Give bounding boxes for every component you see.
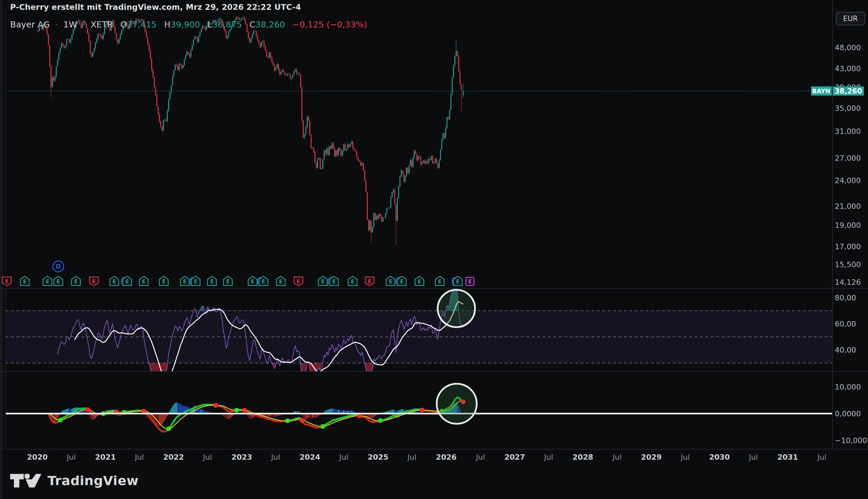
earnings-badge-letter: E <box>262 279 265 285</box>
candle-body <box>440 149 441 160</box>
candle-body <box>277 64 278 68</box>
candle-body <box>243 18 244 18</box>
time-axis-label: Jul <box>134 453 144 461</box>
earnings-badge-letter: E <box>226 279 230 285</box>
dividend-letter: D <box>56 263 61 270</box>
macd-cross-dot <box>420 408 425 413</box>
legend-high-value: 39,900 <box>171 20 200 29</box>
candle-body <box>186 52 187 55</box>
earnings-badge-letter: E <box>74 279 78 285</box>
candle-body <box>332 143 333 149</box>
time-axis-label: Jul <box>339 453 349 461</box>
candle-body <box>368 219 369 230</box>
macd-cross-dot <box>320 424 325 429</box>
candle-body <box>341 150 342 156</box>
legend-symbol[interactable]: Bayer AG <box>10 20 50 29</box>
candle-body <box>163 121 164 131</box>
time-axis-label: Jul <box>748 453 758 461</box>
candle-body <box>248 32 249 38</box>
candle-body <box>420 157 421 165</box>
macd-cross-dot <box>285 418 290 423</box>
macd-cross-dot <box>242 408 247 413</box>
candle-body <box>347 144 348 149</box>
candle-body <box>230 29 231 32</box>
price-tag-text: 38,260 <box>834 87 862 95</box>
currency-button[interactable]: EUR <box>836 12 865 25</box>
earnings-badge-letter: E <box>183 279 186 285</box>
candle-body <box>172 76 173 85</box>
candle-body <box>279 70 280 74</box>
candle-body <box>428 159 429 163</box>
chart-canvas[interactable]: EEEEEEEEEEEEEEEEEEEEEEEEEEEED48,00043,00… <box>0 0 868 499</box>
candle-body <box>226 31 227 38</box>
price-axis-tick: 19,000 <box>835 221 861 230</box>
candle-body <box>389 207 390 208</box>
time-axis-label: 2020 <box>27 453 48 461</box>
macd-histogram-bar <box>171 409 172 414</box>
candle-body <box>367 192 368 220</box>
candle-body <box>461 85 462 89</box>
candle-body <box>166 120 167 121</box>
macd-histogram-bar <box>176 403 177 414</box>
candle-body <box>120 35 121 39</box>
legend-high-label: H <box>164 20 171 29</box>
candle-body <box>69 40 70 43</box>
candle-body <box>382 217 383 221</box>
rsi-axis-tick: 80,00 <box>835 294 856 302</box>
candle-body <box>330 146 331 149</box>
candle-body <box>58 53 59 60</box>
candle-body <box>356 151 357 157</box>
earnings-badge-letter: E <box>162 279 166 285</box>
macd-histogram-bar <box>332 409 333 414</box>
candle-body <box>463 91 464 95</box>
symbol-legend[interactable]: Bayer AG · 1W · XETR O37,415 H39,900 L36… <box>10 20 367 29</box>
candle-body <box>298 73 299 74</box>
candle-body <box>116 33 117 39</box>
candle-body <box>173 71 174 76</box>
earnings-badge-letter: E <box>23 279 26 285</box>
candle-body <box>431 156 432 160</box>
macd-cross-dot <box>58 418 63 422</box>
candle-body <box>299 73 300 74</box>
time-axis-label: 2031 <box>777 453 798 461</box>
macd-cross-dot <box>378 418 383 423</box>
macd-histogram-bar <box>174 404 175 414</box>
earnings-badge-letter: E <box>400 279 403 285</box>
candle-body <box>355 150 356 151</box>
candle-body <box>160 122 161 127</box>
legend-interval[interactable]: 1W <box>63 20 77 29</box>
candle-body <box>344 144 345 150</box>
candle-body <box>60 48 61 53</box>
candle-body <box>61 44 62 48</box>
candle-body <box>175 65 176 71</box>
annotation-highlight-circle[interactable] <box>438 290 475 327</box>
macd-histogram-bar <box>163 414 164 422</box>
time-axis-label: 2027 <box>504 453 525 461</box>
macd-histogram-bar <box>179 403 180 414</box>
candle-body <box>430 159 431 160</box>
candle-body <box>416 154 417 160</box>
macd-histogram-bar <box>180 404 181 414</box>
time-axis-label: Jul <box>680 453 690 461</box>
candle-body <box>406 168 407 175</box>
candle-body <box>364 171 365 180</box>
macd-histogram-bar <box>181 405 182 414</box>
candle-body <box>98 34 99 39</box>
candle-body <box>413 157 414 167</box>
candle-body <box>444 133 445 138</box>
candle-body <box>333 143 334 148</box>
candle-body <box>295 69 296 71</box>
candle-body <box>177 66 178 70</box>
candle-body <box>103 34 104 39</box>
candle-body <box>432 156 433 163</box>
time-axis-label: Jul <box>475 453 485 461</box>
tradingview-footer[interactable]: TradingView <box>10 472 139 489</box>
candle-body <box>151 59 152 70</box>
candle-body <box>264 41 265 47</box>
candle-body <box>304 135 305 138</box>
annotation-highlight-circle[interactable] <box>437 384 477 424</box>
candle-body <box>290 74 291 78</box>
candle-body <box>308 117 309 120</box>
candle-body <box>250 39 252 42</box>
candle-body <box>460 72 461 85</box>
